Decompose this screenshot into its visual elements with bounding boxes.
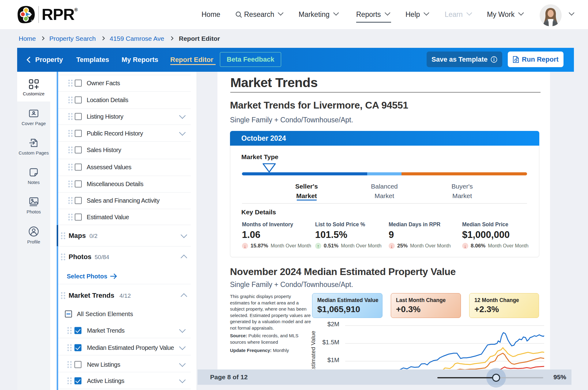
svg-text:®︎: ®︎ [31,19,33,22]
